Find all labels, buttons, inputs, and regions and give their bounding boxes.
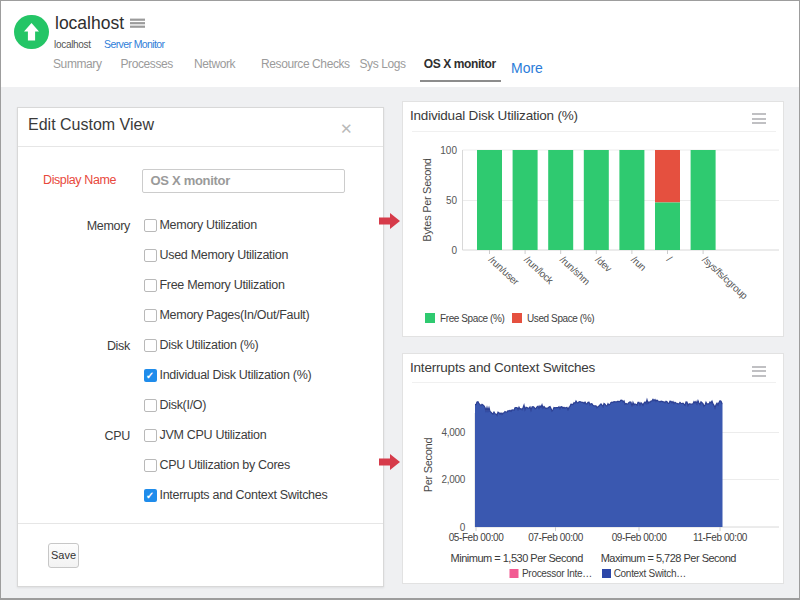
svg-text:Maximum = 5,728 Per Second: Maximum = 5,728 Per Second bbox=[601, 552, 737, 564]
svg-text:4,000: 4,000 bbox=[441, 427, 465, 438]
svg-text:/run/lock: /run/lock bbox=[522, 254, 556, 287]
svg-text:Processor Inte…: Processor Inte… bbox=[522, 568, 592, 579]
svg-text:05-Feb 00:00: 05-Feb 00:00 bbox=[449, 532, 505, 543]
svg-text:/run/shm: /run/shm bbox=[558, 254, 592, 287]
svg-text:/run/user: /run/user bbox=[487, 254, 522, 288]
svg-text:11-Feb 00:00: 11-Feb 00:00 bbox=[693, 532, 748, 543]
svg-text:50: 50 bbox=[446, 195, 458, 206]
svg-text:Minimum = 1,530 Per Second: Minimum = 1,530 Per Second bbox=[451, 552, 584, 564]
svg-text:Bytes Per Second: Bytes Per Second bbox=[421, 158, 433, 241]
svg-text:/dev: /dev bbox=[593, 254, 614, 274]
svg-text:Free Space (%): Free Space (%) bbox=[440, 313, 504, 324]
svg-text:2,000: 2,000 bbox=[441, 474, 465, 485]
svg-text:/sys/fs/cgroup: /sys/fs/cgroup bbox=[700, 254, 750, 302]
svg-text:Context Switch…: Context Switch… bbox=[614, 568, 686, 579]
svg-text:Used Space (%): Used Space (%) bbox=[527, 313, 594, 324]
svg-text:/: / bbox=[665, 254, 675, 264]
svg-text:0: 0 bbox=[460, 522, 466, 533]
svg-text:/run: /run bbox=[629, 254, 648, 273]
svg-text:0: 0 bbox=[451, 245, 457, 256]
svg-text:100: 100 bbox=[440, 145, 457, 156]
svg-text:07-Feb 00:00: 07-Feb 00:00 bbox=[528, 532, 584, 543]
svg-text:09-Feb 00:00: 09-Feb 00:00 bbox=[612, 532, 668, 543]
svg-text:Per Second: Per Second bbox=[422, 438, 434, 493]
